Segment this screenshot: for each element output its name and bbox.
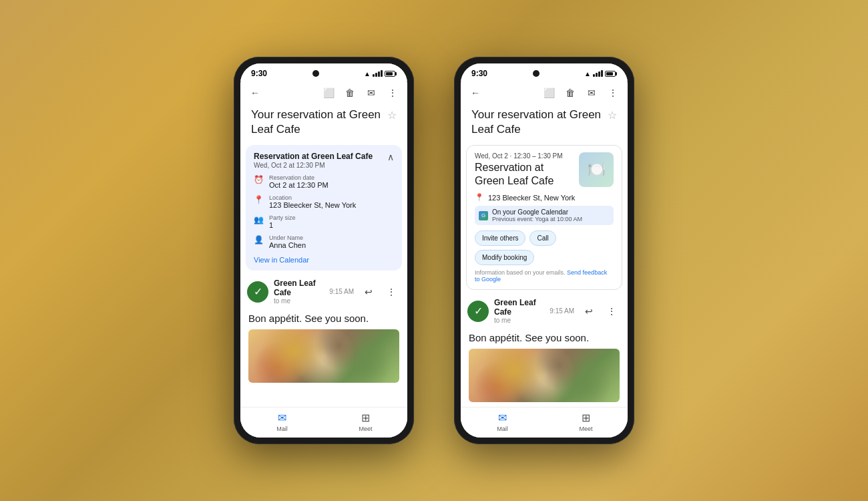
reservation-title-1: Reservation at Green Leaf Cafe	[254, 152, 373, 161]
toolbar-2: ← ⬜ 🗑 ✉ ⋮	[461, 81, 628, 105]
reservation-date-1: Wed, Oct 2 at 12:30 PM	[254, 162, 373, 169]
sender-info-1: Green Leaf Cafe to me	[274, 279, 324, 305]
avatar-check-2: ✓	[474, 305, 483, 317]
field-label-undername: Under Name	[269, 234, 306, 241]
toolbar-1: ← ⬜ 🗑 ✉ ⋮	[240, 81, 407, 105]
sender-avatar-2: ✓	[467, 301, 489, 322]
status-icons-2: ▲	[584, 70, 617, 77]
sender-name-1: Green Leaf Cafe	[274, 279, 324, 297]
email-button-1[interactable]: ✉	[362, 84, 381, 102]
wifi-icon-2: ▲	[584, 70, 591, 77]
nav-meet-1[interactable]: ⊞ Meet	[324, 411, 407, 432]
person-icon-1: 👤	[254, 235, 264, 244]
archive-button-2[interactable]: ⬜	[539, 84, 558, 102]
email-title-row-1: Your reservation at Green Leaf Cafe ☆	[240, 105, 407, 142]
nav-meet-2[interactable]: ⊞ Meet	[544, 411, 628, 432]
reservation-field-party: 👥 Party size 1	[254, 214, 394, 229]
nav-mail-1[interactable]: ✉ Mail	[240, 411, 324, 432]
meet-nav-icon-2: ⊞	[582, 411, 590, 424]
field-value-location: 123 Bleecker St, New York	[269, 201, 356, 209]
field-value-undername: Anna Chen	[269, 241, 306, 249]
scroll-area-1[interactable]: Reservation at Green Leaf Cafe Wed, Oct …	[240, 142, 407, 407]
more-sender-button-1[interactable]: ⋮	[382, 283, 401, 301]
sender-actions-1: ↩ ⋮	[359, 283, 401, 301]
field-label-date: Reservation date	[269, 174, 329, 181]
google-calendar-icon-2: G	[479, 211, 488, 220]
cal-event-title-2: Reservation atGreen Leaf Cafe	[475, 161, 574, 188]
cal-date-line-2: Wed, Oct 2 · 12:30 – 1:30 PM	[475, 152, 574, 160]
view-calendar-link-1[interactable]: View in Calendar	[254, 256, 394, 264]
sender-info-2: Green Leaf Cafe to me	[494, 298, 544, 324]
call-button[interactable]: Call	[529, 230, 556, 246]
delete-button-1[interactable]: 🗑	[341, 84, 359, 102]
reply-button-2[interactable]: ↩	[580, 302, 598, 321]
reply-button-1[interactable]: ↩	[359, 283, 378, 301]
delete-button-2[interactable]: 🗑	[561, 84, 580, 102]
chevron-up-icon-1[interactable]: ∧	[387, 152, 394, 162]
scroll-area-2[interactable]: Wed, Oct 2 · 12:30 – 1:30 PM Reservation…	[461, 142, 628, 407]
phone-1-frame: 9:30 ▲	[234, 57, 414, 444]
phone-2-screen: 9:30 ▲ ←	[461, 63, 628, 438]
mail-nav-label-1: Mail	[276, 426, 288, 432]
signal-bar-3	[378, 71, 380, 77]
sender-sub-2: to me	[494, 317, 544, 324]
more-sender-button-2[interactable]: ⋮	[602, 302, 621, 321]
phone-2-frame: 9:30 ▲ ←	[454, 57, 634, 444]
meet-nav-label-2: Meet	[579, 426, 592, 432]
status-icons-1: ▲	[364, 70, 397, 77]
star-button-1[interactable]: ☆	[387, 109, 397, 123]
location-icon-1: 📍	[254, 195, 264, 204]
star-button-2[interactable]: ☆	[608, 109, 617, 123]
phone-1: 9:30 ▲	[234, 57, 414, 444]
cal-illustration-2: 🍽️	[579, 152, 614, 187]
signal-bar-1	[373, 74, 375, 77]
clock-icon-1: ⏰	[254, 175, 264, 184]
illustration-icon-2: 🍽️	[588, 161, 606, 178]
more-button-2[interactable]: ⋮	[604, 84, 622, 102]
email-body-1: Bon appétit. See you soon.	[240, 310, 407, 388]
email-title-row-2: Your reservation at Green Leaf Cafe ☆	[461, 105, 628, 142]
phone-2: 9:30 ▲ ←	[454, 57, 634, 444]
battery-icon-1	[385, 71, 397, 77]
nav-mail-2[interactable]: ✉ Mail	[461, 411, 544, 432]
status-time-2: 9:30	[471, 69, 487, 78]
sender-time-1: 9:15 AM	[329, 288, 354, 295]
cal-header-row-2: Wed, Oct 2 · 12:30 – 1:30 PM Reservation…	[475, 152, 614, 188]
modify-booking-button[interactable]: Modify booking	[475, 250, 534, 265]
bon-appetit-text-2: Bon appétit. See you soon.	[469, 332, 620, 343]
action-buttons-2: Invite others Call Modify booking	[475, 230, 614, 265]
field-value-party: 1	[269, 221, 296, 229]
reservation-header-1: Reservation at Green Leaf Cafe Wed, Oct …	[254, 152, 394, 169]
mail-nav-icon-2: ✉	[498, 411, 507, 424]
email-button-2[interactable]: ✉	[582, 84, 601, 102]
back-button-2[interactable]: ←	[466, 84, 485, 102]
archive-button-1[interactable]: ⬜	[319, 84, 338, 102]
cal-g-label-2: On your Google Calendar	[492, 208, 582, 216]
email-body-2: Bon appétit. See you soon.	[461, 329, 628, 407]
food-image-overlay-2	[469, 349, 620, 402]
sender-row-1: ✓ Green Leaf Cafe to me 9:15 AM ↩ ⋮	[240, 273, 407, 310]
sender-avatar-1: ✓	[247, 281, 268, 303]
cal-location-icon-2: 📍	[475, 193, 484, 202]
status-bar-1: 9:30 ▲	[240, 63, 407, 81]
info-source-text-2: Information based on your emails.	[475, 269, 566, 276]
meet-nav-icon-1: ⊞	[361, 411, 370, 424]
email-title-1: Your reservation at Green Leaf Cafe	[251, 108, 382, 137]
email-title-2: Your reservation at Green Leaf Cafe	[471, 108, 602, 137]
reservation-field-name: 👤 Under Name Anna Chen	[254, 234, 394, 249]
wifi-icon-1: ▲	[364, 70, 371, 77]
field-value-date: Oct 2 at 12:30 PM	[269, 181, 329, 189]
sender-row-2: ✓ Green Leaf Cafe to me 9:15 AM ↩ ⋮	[461, 293, 628, 329]
sender-sub-1: to me	[274, 297, 324, 305]
back-button-1[interactable]: ←	[246, 84, 264, 102]
camera-notch-2	[533, 70, 539, 77]
invite-others-button[interactable]: Invite others	[475, 230, 525, 246]
camera-notch-1	[312, 70, 319, 77]
reservation-card-1: Reservation at Green Leaf Cafe Wed, Oct …	[246, 145, 402, 271]
cal-g-info-2: On your Google Calendar Previous event: …	[492, 208, 582, 222]
meet-nav-label-1: Meet	[359, 426, 372, 432]
mail-nav-icon-1: ✉	[278, 411, 286, 424]
status-bar-2: 9:30 ▲	[461, 63, 628, 81]
more-button-1[interactable]: ⋮	[383, 84, 402, 102]
reservation-field-date: ⏰ Reservation date Oct 2 at 12:30 PM	[254, 174, 394, 189]
